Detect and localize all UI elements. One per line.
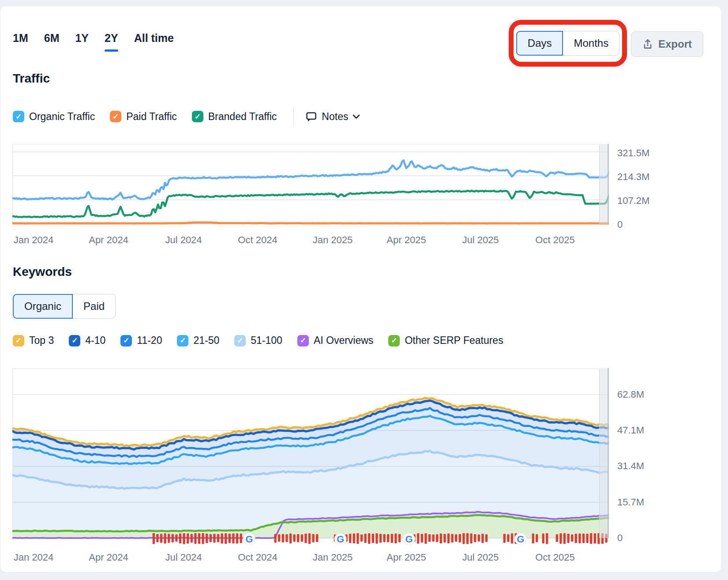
paid-keywords-option[interactable]: Paid bbox=[73, 294, 116, 319]
check-icon: ✓ bbox=[71, 337, 78, 344]
svg-text:G: G bbox=[517, 534, 524, 545]
legend-divider bbox=[293, 107, 294, 126]
tab-1y[interactable]: 1Y bbox=[75, 32, 89, 45]
legend-organic-traffic[interactable]: ✓ Organic Traffic bbox=[13, 111, 95, 123]
keywords-xtick: Apr 2025 bbox=[380, 552, 433, 563]
analytics-card: 1M 6M 1Y 2Y All time Days Months Export … bbox=[0, 6, 722, 572]
traffic-xtick: Apr 2024 bbox=[82, 234, 135, 246]
keywords-xtick: Apr 2024 bbox=[82, 552, 135, 563]
traffic-legend: ✓ Organic Traffic ✓ Paid Traffic ✓ Brand… bbox=[13, 107, 360, 126]
legend-label: 11-20 bbox=[137, 335, 162, 346]
branded-traffic-checkbox[interactable]: ✓ bbox=[192, 111, 203, 122]
chevron-down-icon bbox=[353, 114, 360, 119]
export-icon bbox=[642, 38, 653, 50]
legend-other-serp-features[interactable]: ✓ Other SERP Features bbox=[388, 335, 503, 346]
legend-label: Organic Traffic bbox=[29, 111, 95, 123]
organic-traffic-checkbox[interactable]: ✓ bbox=[13, 111, 24, 122]
keywords-type-toggle: Organic Paid bbox=[13, 294, 116, 319]
legend-ai-overviews[interactable]: ✓ AI Overviews bbox=[297, 335, 373, 346]
check-icon: ✓ bbox=[15, 113, 22, 121]
months-toggle-option[interactable]: Months bbox=[563, 31, 619, 56]
keywords-ytick: 15.7M bbox=[617, 497, 644, 508]
keywords-ytick: 31.4M bbox=[617, 460, 644, 472]
legend-label: Paid Traffic bbox=[126, 111, 177, 123]
keywords-chart[interactable]: GGGG bbox=[12, 368, 609, 545]
traffic-xtick: Jul 2024 bbox=[157, 234, 210, 246]
notes-label: Notes bbox=[322, 111, 348, 123]
keywords-xtick: Jan 2024 bbox=[7, 552, 60, 563]
tab-2y[interactable]: 2Y bbox=[105, 32, 118, 45]
legend-label: 51-100 bbox=[251, 335, 282, 346]
legend-label: Branded Traffic bbox=[208, 111, 277, 123]
legend-label: AI Overviews bbox=[314, 335, 373, 346]
notes-icon bbox=[305, 111, 317, 123]
traffic-xtick: Oct 2025 bbox=[529, 234, 582, 246]
keywords-xtick: Jul 2025 bbox=[454, 552, 507, 563]
check-icon: ✓ bbox=[15, 337, 22, 344]
paid-traffic-checkbox[interactable]: ✓ bbox=[110, 111, 121, 122]
tab-6m[interactable]: 6M bbox=[44, 32, 60, 45]
legend-branded-traffic[interactable]: ✓ Branded Traffic bbox=[192, 111, 277, 123]
keywords-ytick: 0 bbox=[617, 532, 623, 544]
traffic-xtick: Jan 2025 bbox=[306, 234, 359, 246]
check-icon: ✓ bbox=[237, 337, 243, 344]
check-icon: ✓ bbox=[195, 113, 201, 121]
legend-11-20[interactable]: ✓ 11-20 bbox=[120, 335, 162, 346]
legend-label: 4-10 bbox=[85, 335, 105, 346]
11-20-checkbox[interactable]: ✓ bbox=[120, 335, 132, 346]
export-button[interactable]: Export bbox=[631, 31, 703, 57]
check-icon: ✓ bbox=[113, 113, 119, 121]
keywords-xtick: Jul 2024 bbox=[157, 552, 210, 563]
4-10-checkbox[interactable]: ✓ bbox=[69, 335, 80, 346]
svg-text:G: G bbox=[245, 534, 253, 545]
days-toggle-option[interactable]: Days bbox=[516, 31, 563, 56]
keywords-ytick: 47.1M bbox=[617, 425, 644, 436]
traffic-ytick: 0 bbox=[617, 219, 623, 230]
granularity-toggle: Days Months bbox=[516, 31, 619, 56]
51-100-checkbox[interactable]: ✓ bbox=[234, 335, 246, 346]
keywords-xtick: Oct 2024 bbox=[231, 552, 284, 563]
legend-21-50[interactable]: ✓ 21-50 bbox=[177, 335, 219, 346]
keywords-title: Keywords bbox=[13, 265, 72, 279]
legend-top-3[interactable]: ✓ Top 3 bbox=[13, 335, 54, 346]
traffic-ytick: 107.2M bbox=[617, 195, 649, 207]
svg-text:G: G bbox=[405, 534, 413, 545]
annotation-ring: Days Months bbox=[509, 20, 627, 67]
check-icon: ✓ bbox=[300, 337, 306, 344]
keywords-legend: ✓ Top 3 ✓ 4-10 ✓ 11-20 ✓ 21-50 ✓ 51-100 … bbox=[13, 335, 518, 346]
organic-keywords-option[interactable]: Organic bbox=[13, 294, 73, 319]
keywords-xtick: Oct 2025 bbox=[529, 552, 582, 563]
traffic-xtick: Jan 2024 bbox=[7, 234, 60, 246]
traffic-title: Traffic bbox=[13, 72, 50, 86]
legend-label: Other SERP Features bbox=[405, 335, 503, 346]
traffic-ytick: 214.3M bbox=[617, 171, 649, 183]
keywords-xtick: Jan 2025 bbox=[306, 552, 359, 563]
other-serp-features-checkbox[interactable]: ✓ bbox=[388, 335, 400, 346]
time-range-tabs: 1M 6M 1Y 2Y All time bbox=[13, 32, 190, 45]
legend-51-100[interactable]: ✓ 51-100 bbox=[234, 335, 282, 346]
traffic-ytick: 321.5M bbox=[617, 147, 649, 159]
traffic-xtick: Jul 2025 bbox=[454, 234, 507, 246]
traffic-chart[interactable] bbox=[12, 144, 609, 228]
svg-text:G: G bbox=[337, 534, 344, 545]
check-icon: ✓ bbox=[180, 337, 186, 344]
legend-label: Top 3 bbox=[29, 335, 54, 346]
top-3-checkbox[interactable]: ✓ bbox=[13, 335, 24, 346]
check-icon: ✓ bbox=[391, 337, 397, 344]
check-icon: ✓ bbox=[123, 337, 129, 344]
traffic-xtick: Apr 2025 bbox=[380, 234, 433, 246]
notes-button[interactable]: Notes bbox=[305, 111, 360, 123]
21-50-checkbox[interactable]: ✓ bbox=[177, 335, 188, 346]
ai-overviews-checkbox[interactable]: ✓ bbox=[297, 335, 309, 346]
export-label: Export bbox=[658, 38, 692, 50]
legend-label: 21-50 bbox=[193, 335, 219, 346]
keywords-ytick: 62.8M bbox=[617, 389, 644, 400]
legend-4-10[interactable]: ✓ 4-10 bbox=[69, 335, 105, 346]
tab-1m[interactable]: 1M bbox=[13, 32, 28, 45]
tab-all-time[interactable]: All time bbox=[134, 32, 174, 45]
legend-paid-traffic[interactable]: ✓ Paid Traffic bbox=[110, 111, 177, 123]
traffic-xtick: Oct 2024 bbox=[231, 234, 284, 246]
